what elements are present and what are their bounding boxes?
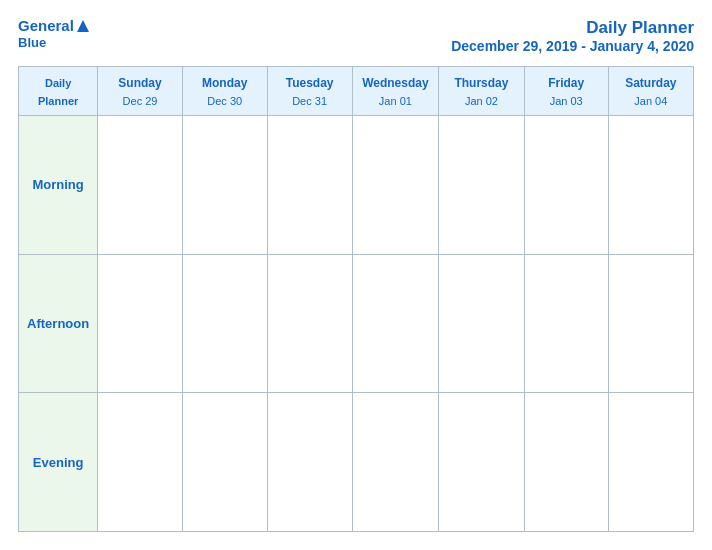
cell-afternoon-tuesday[interactable] <box>267 254 352 393</box>
col-header-wednesday: WednesdayJan 01 <box>352 67 439 116</box>
col-label-daily: DailyPlanner <box>38 77 78 107</box>
col-day-thursday: Thursday <box>454 76 508 90</box>
col-header-tuesday: TuesdayDec 31 <box>267 67 352 116</box>
row-label-afternoon: Afternoon <box>19 254 98 393</box>
col-date-5: Jan 03 <box>550 95 583 107</box>
planner-subtitle: December 29, 2019 - January 4, 2020 <box>451 38 694 54</box>
row-label-morning: Morning <box>19 116 98 255</box>
row-label-evening: Evening <box>19 393 98 532</box>
col-day-sunday: Sunday <box>118 76 161 90</box>
cell-morning-thursday[interactable] <box>439 116 525 255</box>
svg-marker-0 <box>77 20 89 32</box>
cell-afternoon-monday[interactable] <box>182 254 267 393</box>
cell-morning-tuesday[interactable] <box>267 116 352 255</box>
cell-afternoon-wednesday[interactable] <box>352 254 439 393</box>
cell-evening-monday[interactable] <box>182 393 267 532</box>
cell-afternoon-sunday[interactable] <box>98 254 183 393</box>
col-date-1: Dec 30 <box>207 95 242 107</box>
col-date-6: Jan 04 <box>634 95 667 107</box>
cell-evening-saturday[interactable] <box>608 393 693 532</box>
cell-morning-saturday[interactable] <box>608 116 693 255</box>
row-evening: Evening <box>19 393 694 532</box>
row-morning: Morning <box>19 116 694 255</box>
col-header-sunday: SundayDec 29 <box>98 67 183 116</box>
row-afternoon: Afternoon <box>19 254 694 393</box>
title-area: Daily Planner December 29, 2019 - Januar… <box>451 18 694 54</box>
logo-area: General Blue <box>18 18 90 50</box>
logo-triangle-icon <box>76 19 90 33</box>
calendar-table: DailyPlanner SundayDec 29MondayDec 30Tue… <box>18 66 694 532</box>
page: General Blue Daily Planner December 29, … <box>0 0 712 550</box>
col-date-0: Dec 29 <box>123 95 158 107</box>
planner-title: Daily Planner <box>451 18 694 38</box>
col-day-friday: Friday <box>548 76 584 90</box>
col-date-4: Jan 02 <box>465 95 498 107</box>
col-header-saturday: SaturdayJan 04 <box>608 67 693 116</box>
cell-evening-sunday[interactable] <box>98 393 183 532</box>
cell-evening-wednesday[interactable] <box>352 393 439 532</box>
col-header-label: DailyPlanner <box>19 67 98 116</box>
col-header-monday: MondayDec 30 <box>182 67 267 116</box>
logo-blue-label: Blue <box>18 35 46 50</box>
col-day-wednesday: Wednesday <box>362 76 428 90</box>
logo: General <box>18 18 90 35</box>
cell-morning-friday[interactable] <box>524 116 608 255</box>
col-header-friday: FridayJan 03 <box>524 67 608 116</box>
logo-general: General <box>18 18 74 35</box>
col-day-monday: Monday <box>202 76 247 90</box>
col-date-3: Jan 01 <box>379 95 412 107</box>
cell-evening-thursday[interactable] <box>439 393 525 532</box>
col-day-saturday: Saturday <box>625 76 676 90</box>
col-header-thursday: ThursdayJan 02 <box>439 67 525 116</box>
header: General Blue Daily Planner December 29, … <box>18 18 694 54</box>
cell-morning-monday[interactable] <box>182 116 267 255</box>
col-day-tuesday: Tuesday <box>286 76 334 90</box>
cell-afternoon-saturday[interactable] <box>608 254 693 393</box>
cell-afternoon-friday[interactable] <box>524 254 608 393</box>
header-row: DailyPlanner SundayDec 29MondayDec 30Tue… <box>19 67 694 116</box>
cell-morning-sunday[interactable] <box>98 116 183 255</box>
cell-evening-tuesday[interactable] <box>267 393 352 532</box>
cell-afternoon-thursday[interactable] <box>439 254 525 393</box>
col-date-2: Dec 31 <box>292 95 327 107</box>
cell-morning-wednesday[interactable] <box>352 116 439 255</box>
cell-evening-friday[interactable] <box>524 393 608 532</box>
